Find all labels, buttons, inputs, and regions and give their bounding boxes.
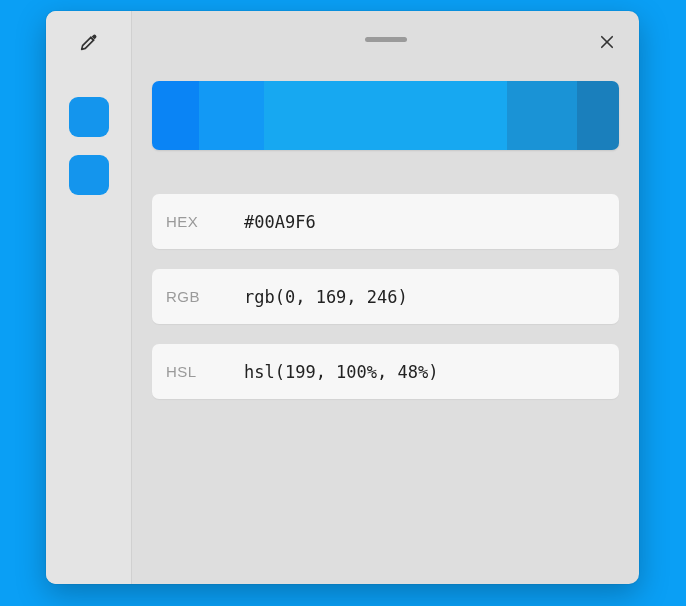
rgb-label: RGB [166, 288, 244, 305]
sidebar [46, 11, 132, 584]
rgb-value: rgb(0, 169, 246) [244, 287, 408, 307]
eyedropper-icon [78, 31, 100, 56]
main-panel: HEX #00A9F6 RGB rgb(0, 169, 246) HSL hsl… [132, 11, 639, 584]
shade-strip[interactable] [152, 81, 619, 150]
swatch-1[interactable] [69, 155, 109, 195]
hex-row[interactable]: HEX #00A9F6 [152, 194, 619, 249]
color-picker-window: HEX #00A9F6 RGB rgb(0, 169, 246) HSL hsl… [46, 11, 639, 584]
hsl-label: HSL [166, 363, 244, 380]
color-value-rows: HEX #00A9F6 RGB rgb(0, 169, 246) HSL hsl… [152, 194, 619, 399]
drag-handle[interactable] [365, 37, 407, 42]
close-button[interactable] [589, 25, 625, 61]
shade-4[interactable] [577, 81, 619, 150]
hsl-value: hsl(199, 100%, 48%) [244, 362, 438, 382]
swatch-list [69, 97, 109, 195]
rgb-row[interactable]: RGB rgb(0, 169, 246) [152, 269, 619, 324]
swatch-0[interactable] [69, 97, 109, 137]
close-icon [598, 33, 616, 54]
shade-1[interactable] [199, 81, 264, 150]
eyedropper-button[interactable] [69, 23, 109, 63]
shade-0[interactable] [152, 81, 199, 150]
shade-3[interactable] [507, 81, 577, 150]
hsl-row[interactable]: HSL hsl(199, 100%, 48%) [152, 344, 619, 399]
hex-value: #00A9F6 [244, 212, 316, 232]
shade-2[interactable] [264, 81, 507, 150]
hex-label: HEX [166, 213, 244, 230]
